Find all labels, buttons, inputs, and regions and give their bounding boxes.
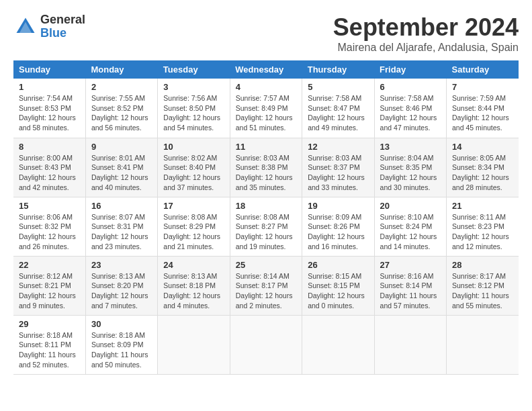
table-row: 22Sunrise: 8:12 AM Sunset: 8:21 PM Dayli… xyxy=(13,256,85,315)
logo-general-text: General xyxy=(40,13,85,27)
table-row: 16Sunrise: 8:07 AM Sunset: 8:31 PM Dayli… xyxy=(85,197,157,256)
col-wednesday: Wednesday xyxy=(230,60,302,79)
table-row: 30Sunrise: 8:18 AM Sunset: 8:09 PM Dayli… xyxy=(85,315,157,374)
table-row: 21Sunrise: 8:11 AM Sunset: 8:23 PM Dayli… xyxy=(447,197,519,256)
day-number: 20 xyxy=(380,201,441,211)
day-number: 4 xyxy=(236,82,296,92)
table-row xyxy=(158,315,230,374)
table-row: 11Sunrise: 8:03 AM Sunset: 8:38 PM Dayli… xyxy=(230,138,302,197)
day-number: 5 xyxy=(308,82,368,92)
table-row: 3Sunrise: 7:56 AM Sunset: 8:50 PM Daylig… xyxy=(158,79,230,138)
day-number: 24 xyxy=(163,260,224,270)
day-info: Sunrise: 8:13 AM Sunset: 8:18 PM Dayligh… xyxy=(163,271,224,311)
col-monday: Monday xyxy=(85,60,157,79)
col-sunday: Sunday xyxy=(13,60,85,79)
week-row: 15Sunrise: 8:06 AM Sunset: 8:32 PM Dayli… xyxy=(13,197,519,256)
day-info: Sunrise: 8:08 AM Sunset: 8:27 PM Dayligh… xyxy=(236,212,296,252)
day-info: Sunrise: 8:09 AM Sunset: 8:26 PM Dayligh… xyxy=(308,212,368,252)
day-number: 1 xyxy=(19,82,80,92)
day-number: 29 xyxy=(19,319,80,329)
day-info: Sunrise: 7:55 AM Sunset: 8:52 PM Dayligh… xyxy=(91,93,152,133)
day-info: Sunrise: 7:58 AM Sunset: 8:46 PM Dayligh… xyxy=(380,93,441,133)
table-row: 27Sunrise: 8:16 AM Sunset: 8:14 PM Dayli… xyxy=(374,256,446,315)
day-number: 18 xyxy=(236,201,296,211)
table-row: 19Sunrise: 8:09 AM Sunset: 8:26 PM Dayli… xyxy=(302,197,374,256)
day-number: 2 xyxy=(91,82,152,92)
day-info: Sunrise: 7:56 AM Sunset: 8:50 PM Dayligh… xyxy=(163,93,224,133)
table-row: 26Sunrise: 8:15 AM Sunset: 8:15 PM Dayli… xyxy=(302,256,374,315)
day-info: Sunrise: 8:08 AM Sunset: 8:29 PM Dayligh… xyxy=(163,212,224,252)
day-info: Sunrise: 8:02 AM Sunset: 8:40 PM Dayligh… xyxy=(163,153,224,193)
week-row: 22Sunrise: 8:12 AM Sunset: 8:21 PM Dayli… xyxy=(13,256,519,315)
table-row: 28Sunrise: 8:17 AM Sunset: 8:12 PM Dayli… xyxy=(447,256,519,315)
day-info: Sunrise: 8:14 AM Sunset: 8:17 PM Dayligh… xyxy=(236,271,296,311)
day-number: 17 xyxy=(163,201,224,211)
logo: General Blue xyxy=(13,13,85,40)
table-row: 7Sunrise: 7:59 AM Sunset: 8:44 PM Daylig… xyxy=(447,79,519,138)
table-row: 9Sunrise: 8:01 AM Sunset: 8:41 PM Daylig… xyxy=(85,138,157,197)
day-number: 28 xyxy=(452,260,513,270)
day-info: Sunrise: 8:04 AM Sunset: 8:35 PM Dayligh… xyxy=(380,153,441,193)
day-number: 23 xyxy=(91,260,152,270)
col-tuesday: Tuesday xyxy=(158,60,230,79)
day-number: 15 xyxy=(19,201,80,211)
day-number: 13 xyxy=(380,142,441,152)
day-info: Sunrise: 7:58 AM Sunset: 8:47 PM Dayligh… xyxy=(308,93,368,133)
day-info: Sunrise: 8:16 AM Sunset: 8:14 PM Dayligh… xyxy=(380,271,441,311)
table-row: 14Sunrise: 8:05 AM Sunset: 8:34 PM Dayli… xyxy=(447,138,519,197)
table-row: 1Sunrise: 7:54 AM Sunset: 8:53 PM Daylig… xyxy=(13,79,85,138)
table-row: 8Sunrise: 8:00 AM Sunset: 8:43 PM Daylig… xyxy=(13,138,85,197)
day-number: 22 xyxy=(19,260,80,270)
header: General Blue September 2024 Mairena del … xyxy=(13,13,519,54)
day-info: Sunrise: 7:57 AM Sunset: 8:49 PM Dayligh… xyxy=(236,93,296,133)
table-row: 17Sunrise: 8:08 AM Sunset: 8:29 PM Dayli… xyxy=(158,197,230,256)
day-info: Sunrise: 7:54 AM Sunset: 8:53 PM Dayligh… xyxy=(19,93,80,133)
logo-blue-text: Blue xyxy=(40,27,85,40)
day-info: Sunrise: 8:18 AM Sunset: 8:11 PM Dayligh… xyxy=(19,330,80,370)
table-row: 12Sunrise: 8:03 AM Sunset: 8:37 PM Dayli… xyxy=(302,138,374,197)
day-number: 8 xyxy=(19,142,80,152)
table-row: 23Sunrise: 8:13 AM Sunset: 8:20 PM Dayli… xyxy=(85,256,157,315)
day-info: Sunrise: 8:03 AM Sunset: 8:38 PM Dayligh… xyxy=(236,153,296,193)
day-number: 10 xyxy=(163,142,224,152)
day-info: Sunrise: 8:01 AM Sunset: 8:41 PM Dayligh… xyxy=(91,153,152,193)
day-number: 7 xyxy=(452,82,513,92)
table-row: 18Sunrise: 8:08 AM Sunset: 8:27 PM Dayli… xyxy=(230,197,302,256)
day-number: 12 xyxy=(308,142,368,152)
logo-text: General Blue xyxy=(40,13,85,40)
table-row xyxy=(230,315,302,374)
day-info: Sunrise: 8:12 AM Sunset: 8:21 PM Dayligh… xyxy=(19,271,80,311)
day-number: 14 xyxy=(452,142,513,152)
col-friday: Friday xyxy=(374,60,446,79)
day-number: 19 xyxy=(308,201,368,211)
table-row: 10Sunrise: 8:02 AM Sunset: 8:40 PM Dayli… xyxy=(158,138,230,197)
header-row: Sunday Monday Tuesday Wednesday Thursday… xyxy=(13,60,519,79)
day-number: 30 xyxy=(91,319,152,329)
table-row: 25Sunrise: 8:14 AM Sunset: 8:17 PM Dayli… xyxy=(230,256,302,315)
table-row: 20Sunrise: 8:10 AM Sunset: 8:24 PM Dayli… xyxy=(374,197,446,256)
calendar-table: Sunday Monday Tuesday Wednesday Thursday… xyxy=(13,60,519,375)
day-info: Sunrise: 8:13 AM Sunset: 8:20 PM Dayligh… xyxy=(91,271,152,311)
day-info: Sunrise: 8:07 AM Sunset: 8:31 PM Dayligh… xyxy=(91,212,152,252)
day-info: Sunrise: 7:59 AM Sunset: 8:44 PM Dayligh… xyxy=(452,93,513,133)
table-row xyxy=(447,315,519,374)
day-number: 6 xyxy=(380,82,441,92)
table-row: 2Sunrise: 7:55 AM Sunset: 8:52 PM Daylig… xyxy=(85,79,157,138)
day-number: 16 xyxy=(91,201,152,211)
week-row: 29Sunrise: 8:18 AM Sunset: 8:11 PM Dayli… xyxy=(13,315,519,374)
month-title: September 2024 xyxy=(333,13,519,42)
day-info: Sunrise: 8:05 AM Sunset: 8:34 PM Dayligh… xyxy=(452,153,513,193)
day-number: 26 xyxy=(308,260,368,270)
day-number: 9 xyxy=(91,142,152,152)
day-info: Sunrise: 8:17 AM Sunset: 8:12 PM Dayligh… xyxy=(452,271,513,311)
table-row: 5Sunrise: 7:58 AM Sunset: 8:47 PM Daylig… xyxy=(302,79,374,138)
table-row: 6Sunrise: 7:58 AM Sunset: 8:46 PM Daylig… xyxy=(374,79,446,138)
day-number: 25 xyxy=(236,260,296,270)
table-row: 29Sunrise: 8:18 AM Sunset: 8:11 PM Dayli… xyxy=(13,315,85,374)
table-row xyxy=(302,315,374,374)
day-info: Sunrise: 8:10 AM Sunset: 8:24 PM Dayligh… xyxy=(380,212,441,252)
day-info: Sunrise: 8:11 AM Sunset: 8:23 PM Dayligh… xyxy=(452,212,513,252)
col-saturday: Saturday xyxy=(447,60,519,79)
day-info: Sunrise: 8:03 AM Sunset: 8:37 PM Dayligh… xyxy=(308,153,368,193)
week-row: 8Sunrise: 8:00 AM Sunset: 8:43 PM Daylig… xyxy=(13,138,519,197)
